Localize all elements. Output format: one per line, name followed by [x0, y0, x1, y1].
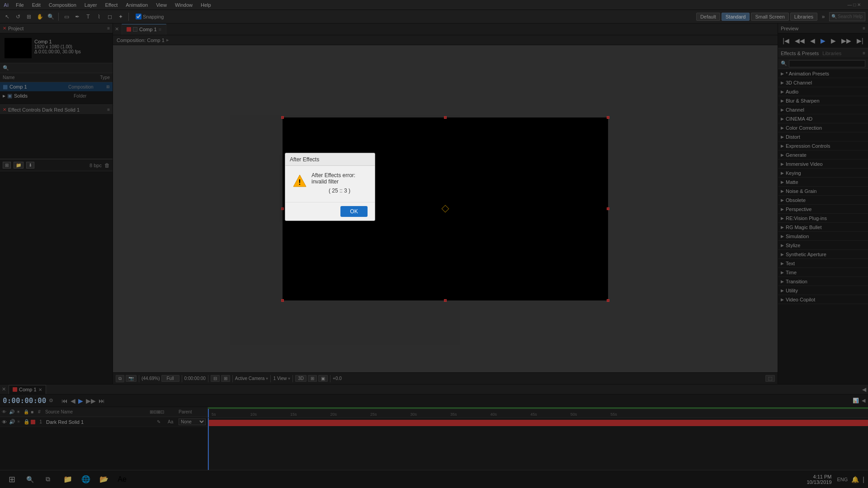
- modal-overlay: After Effects ! After Effects error: inv…: [0, 0, 868, 488]
- modal-body: ! After Effects error: invalid filter ( …: [285, 166, 375, 202]
- modal-message-line1: After Effects error: invalid filter: [311, 172, 368, 185]
- modal-footer: OK: [285, 202, 375, 221]
- svg-text:!: !: [298, 178, 301, 186]
- ok-button[interactable]: OK: [340, 206, 368, 217]
- modal-message-line2: ( 25 :: 3 ): [311, 188, 368, 194]
- modal-message: After Effects error: invalid filter ( 25…: [311, 172, 368, 196]
- warning-icon: !: [292, 174, 307, 189]
- modal-title-text: After Effects: [290, 156, 319, 163]
- warning-triangle-svg: !: [292, 174, 307, 188]
- modal-dialog: After Effects ! After Effects error: inv…: [285, 153, 375, 221]
- modal-title-bar: After Effects: [285, 153, 375, 166]
